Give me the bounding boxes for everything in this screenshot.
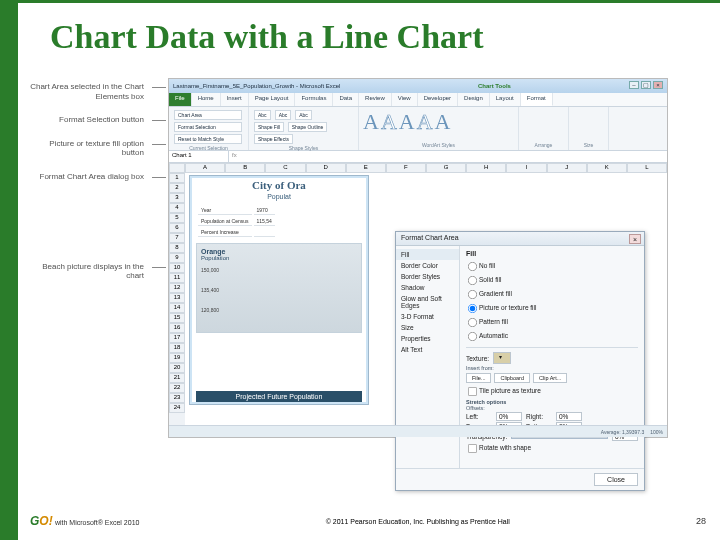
row-3[interactable]: 3 [169,193,185,203]
reset-style-button[interactable]: Reset to Match Style [174,134,242,144]
close-button[interactable]: × [653,81,663,89]
row-5[interactable]: 5 [169,213,185,223]
ribbon-group-shape-styles: Abc Abc Abc Shape Fill Shape Outline Sha… [249,107,359,150]
shape-style-1[interactable]: Abc [254,110,271,120]
side-border-color[interactable]: Border Color [396,260,459,271]
col-D[interactable]: D [306,163,346,173]
zoom-level[interactable]: 100% [650,429,663,435]
row-20[interactable]: 20 [169,363,185,373]
row-22[interactable]: 22 [169,383,185,393]
texture-dropdown[interactable]: ▾ [493,352,511,364]
radio-gradient[interactable]: Gradient fill [466,288,638,301]
radio-solid[interactable]: Solid fill [466,274,638,287]
tab-home[interactable]: Home [192,93,221,106]
tab-developer[interactable]: Developer [418,93,458,106]
tab-insert[interactable]: Insert [221,93,249,106]
row-18[interactable]: 18 [169,343,185,353]
tab-review[interactable]: Review [359,93,392,106]
side-size[interactable]: Size [396,322,459,333]
row-10[interactable]: 10 [169,263,185,273]
tab-page-layout[interactable]: Page Layout [249,93,296,106]
col-A[interactable]: A [185,163,225,173]
chart-elements-dropdown[interactable]: Chart Area [174,110,242,120]
row-24[interactable]: 24 [169,403,185,413]
row-17[interactable]: 17 [169,333,185,343]
radio-automatic[interactable]: Automatic [466,330,638,343]
cell-year-label: Year [198,206,252,215]
side-fill[interactable]: Fill [396,249,459,260]
name-box[interactable]: Chart 1 [169,151,229,162]
row-6[interactable]: 6 [169,223,185,233]
side-border-styles[interactable]: Border Styles [396,271,459,282]
callout-chart-area: Chart Area selected in the Chart Element… [30,82,150,101]
tab-format[interactable]: Format [521,93,553,106]
row-15[interactable]: 15 [169,313,185,323]
row-13[interactable]: 13 [169,293,185,303]
embedded-chart[interactable]: City of Ora Populat Year1970 Population … [189,175,369,405]
accent-bar-top [18,0,720,3]
side-glow[interactable]: Glow and Soft Edges [396,293,459,311]
shape-style-3[interactable]: Abc [295,110,312,120]
row-16[interactable]: 16 [169,323,185,333]
tab-design[interactable]: Design [458,93,490,106]
tab-view[interactable]: View [392,93,418,106]
tab-formulas[interactable]: Formulas [295,93,333,106]
row-19[interactable]: 19 [169,353,185,363]
content-area: Chart Area selected in the Chart Element… [30,78,690,468]
col-G[interactable]: G [426,163,466,173]
row-4[interactable]: 4 [169,203,185,213]
radio-picture-texture[interactable]: Picture or texture fill [466,302,638,315]
shape-effects-button[interactable]: Shape Effects [254,134,293,144]
row-9[interactable]: 9 [169,253,185,263]
side-3d[interactable]: 3-D Format [396,311,459,322]
dialog-close-button[interactable]: Close [594,473,638,486]
side-alt[interactable]: Alt Text [396,344,459,355]
col-K[interactable]: K [587,163,627,173]
format-selection-button[interactable]: Format Selection [174,122,242,132]
dialog-titlebar[interactable]: Format Chart Area × [396,232,644,246]
row-7[interactable]: 7 [169,233,185,243]
tab-data[interactable]: Data [333,93,359,106]
dialog-close-icon[interactable]: × [629,234,641,244]
wordart-gallery[interactable]: AAAAA [363,109,514,135]
col-E[interactable]: E [346,163,386,173]
row-21[interactable]: 21 [169,373,185,383]
slide-footer: GO! with Microsoft® Excel 2010 © 2011 Pe… [30,514,706,528]
offset-right-input[interactable]: 0% [556,412,582,421]
side-properties[interactable]: Properties [396,333,459,344]
col-C[interactable]: C [265,163,305,173]
col-B[interactable]: B [225,163,265,173]
tile-checkbox[interactable]: Tile picture as texture [466,385,638,398]
row-23[interactable]: 23 [169,393,185,403]
select-all-cell[interactable] [169,163,185,173]
row-2[interactable]: 2 [169,183,185,193]
row-1[interactable]: 1 [169,173,185,183]
insert-clipart-button[interactable]: Clip Art... [533,373,567,383]
cell-year-1: 1970 [254,206,275,215]
col-H[interactable]: H [466,163,506,173]
col-L[interactable]: L [627,163,667,173]
formula-bar[interactable]: fx [229,151,667,162]
sheet-body[interactable]: City of Ora Populat Year1970 Population … [185,173,667,425]
shape-outline-button[interactable]: Shape Outline [288,122,328,132]
insert-file-button[interactable]: File... [466,373,491,383]
row-12[interactable]: 12 [169,283,185,293]
row-14[interactable]: 14 [169,303,185,313]
maximize-button[interactable]: ▢ [641,81,651,89]
col-I[interactable]: I [506,163,546,173]
row-11[interactable]: 11 [169,273,185,283]
col-J[interactable]: J [547,163,587,173]
side-shadow[interactable]: Shadow [396,282,459,293]
col-F[interactable]: F [386,163,426,173]
shape-fill-button[interactable]: Shape Fill [254,122,284,132]
radio-pattern[interactable]: Pattern fill [466,316,638,329]
minimize-button[interactable]: – [629,81,639,89]
row-8[interactable]: 8 [169,243,185,253]
offset-left-input[interactable]: 0% [496,412,522,421]
tab-layout[interactable]: Layout [490,93,521,106]
tab-file[interactable]: File [169,93,192,106]
radio-no-fill[interactable]: No fill [466,260,638,273]
insert-clipboard-button[interactable]: Clipboard [494,373,530,383]
rotate-checkbox[interactable]: Rotate with shape [466,442,638,455]
shape-style-2[interactable]: Abc [275,110,292,120]
